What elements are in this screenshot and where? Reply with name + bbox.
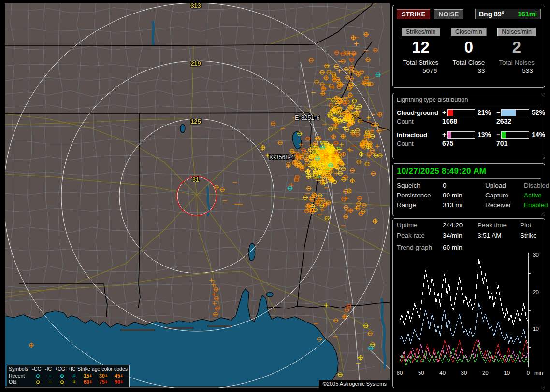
svg-text:10: 10 bbox=[504, 370, 510, 376]
svg-text:min: min bbox=[534, 370, 543, 376]
cloud-ground-label: Cloud-ground bbox=[397, 109, 441, 116]
strikes-per-min-value: 12 bbox=[412, 37, 430, 57]
cg-count-label: Count bbox=[397, 118, 441, 125]
minus-sign: − bbox=[495, 109, 501, 116]
legend-nic-label: -IC bbox=[43, 366, 54, 373]
noise-button[interactable]: NOISE bbox=[434, 9, 463, 19]
svg-text:20: 20 bbox=[533, 289, 539, 295]
svg-text:K-3568-4: K-3568-4 bbox=[269, 154, 294, 161]
svg-text:31: 31 bbox=[192, 176, 199, 183]
squelch-label: Squelch bbox=[397, 182, 443, 189]
ic-plus-pct: 13% bbox=[475, 131, 495, 139]
svg-text:10: 10 bbox=[533, 326, 539, 332]
datetime-display: 10/27/2025 8:49:20 AM bbox=[397, 167, 541, 179]
close-per-min-value: 0 bbox=[464, 37, 473, 57]
rates-box: STRIKE NOISE Bng 89° 161mi Strikes/min 1… bbox=[392, 5, 545, 88]
plot-value: Strike bbox=[520, 232, 543, 239]
copyright-text: ©2005 Astrogenic Systems bbox=[319, 380, 390, 388]
minus-ic-icon: − bbox=[44, 379, 56, 386]
close-per-min-chip[interactable]: Close/min bbox=[451, 28, 487, 36]
svg-text:40: 40 bbox=[439, 370, 446, 376]
svg-text:125: 125 bbox=[190, 118, 201, 125]
capture-label: Capture bbox=[485, 192, 524, 199]
strikes-per-min-chip[interactable]: Strikes/min bbox=[402, 28, 440, 36]
svg-text:0: 0 bbox=[527, 370, 530, 376]
ic-minus-pct: 14% bbox=[529, 131, 550, 139]
trend-graph: 1020306050403020100min bbox=[397, 251, 547, 378]
legend-ncg-label: -CG bbox=[31, 366, 43, 373]
trend-graph-label: Trend graph bbox=[397, 244, 443, 251]
receiver-label: Receiver bbox=[485, 201, 524, 209]
minus-cg-icon: ⊖ bbox=[32, 379, 44, 386]
legend-pcg-label: +CG bbox=[54, 366, 66, 373]
bearing-distance: 161mi bbox=[518, 10, 537, 18]
capture-status: Active bbox=[524, 192, 550, 199]
distribution-box: Lightning type distribution Cloud-ground… bbox=[392, 93, 545, 159]
peak-rate-value: 34/min bbox=[443, 232, 478, 239]
peak-rate-label: Peak rate bbox=[397, 232, 443, 239]
svg-text:60: 60 bbox=[397, 370, 403, 376]
minus-sign: − bbox=[495, 131, 501, 139]
svg-text:20: 20 bbox=[482, 370, 489, 376]
persistence-value: 90 min bbox=[443, 192, 485, 199]
svg-text:313: 313 bbox=[190, 3, 201, 9]
legend-ages-label: Strike age color codes bbox=[77, 366, 128, 373]
plus-sign: + bbox=[441, 109, 447, 116]
noises-per-min-chip[interactable]: Noises/min bbox=[497, 28, 536, 36]
distribution-title: Lightning type distribution bbox=[397, 96, 541, 105]
noises-rate-column: Noises/min 2 Total Noises 533 bbox=[492, 28, 540, 74]
ic-minus-bar bbox=[501, 131, 529, 139]
strikes-rate-column: Strikes/min 12 Total Strikes 5076 bbox=[397, 28, 445, 74]
range-label: Range bbox=[397, 201, 443, 209]
receiver-status: Enabled bbox=[524, 201, 550, 209]
persistence-label: Persistence bbox=[397, 192, 443, 199]
noises-per-min-value: 2 bbox=[512, 37, 521, 57]
minus-ic-icon: − bbox=[44, 373, 56, 379]
svg-text:E-3251-6: E-3251-6 bbox=[295, 114, 319, 121]
plot-label: Plot bbox=[520, 222, 543, 229]
uptime-value: 244:20 bbox=[443, 222, 478, 229]
ic-minus-count: 701 bbox=[495, 140, 550, 147]
plus-ic-icon: + bbox=[68, 373, 80, 379]
legend-old-row: Old ⊖ − ⊕ + 60+ 75+ 90+ bbox=[9, 379, 128, 386]
total-strikes-value: 5076 bbox=[422, 67, 445, 74]
ic-count-label: Count bbox=[397, 140, 441, 147]
svg-text:219: 219 bbox=[190, 60, 201, 67]
status-box: 10/27/2025 8:49:20 AM Squelch 0 Upload D… bbox=[392, 163, 545, 216]
strike-button[interactable]: STRIKE bbox=[397, 9, 430, 19]
svg-text:50: 50 bbox=[418, 370, 424, 376]
ic-plus-bar bbox=[447, 131, 475, 139]
peak-time-value: 3:51 AM bbox=[478, 232, 520, 239]
plus-sign: + bbox=[441, 131, 447, 139]
lightning-map[interactable]: 31321912531 E-3251-6K-3568-4 Symbols -CG… bbox=[5, 3, 390, 388]
svg-text:30: 30 bbox=[533, 252, 539, 258]
trend-window-value: 60 min bbox=[443, 244, 463, 251]
nexstorm-window: { "panel": { "buttons": {"strike": "STRI… bbox=[0, 0, 550, 392]
plus-ic-icon: + bbox=[68, 379, 80, 386]
intracloud-label: Intracloud bbox=[397, 131, 441, 139]
trend-box: Uptime 244:20 Peak time Plot Peak rate 3… bbox=[392, 218, 545, 388]
cg-minus-bar bbox=[501, 109, 529, 116]
strike-legend: Symbols -CG -IC +CG +IC Strike age color… bbox=[7, 365, 130, 387]
total-close-value: 33 bbox=[478, 67, 492, 74]
uptime-label: Uptime bbox=[397, 222, 443, 229]
total-noises-value: 533 bbox=[522, 67, 541, 74]
legend-pic-label: +IC bbox=[66, 366, 77, 373]
total-strikes-label: Total Strikes bbox=[403, 59, 439, 66]
legend-symbols-label: Symbols bbox=[9, 366, 31, 373]
cg-plus-bar bbox=[447, 109, 475, 116]
minus-cg-icon: ⊖ bbox=[32, 373, 44, 379]
cg-plus-count: 1068 bbox=[441, 117, 495, 125]
close-rate-column: Close/min 0 Total Close 33 bbox=[445, 28, 492, 74]
cg-minus-pct: 52% bbox=[529, 109, 550, 116]
total-noises-label: Total Noises bbox=[499, 59, 535, 66]
range-value: 313 mi bbox=[443, 201, 485, 209]
peak-time-label: Peak time bbox=[478, 222, 520, 229]
bearing-display: Bng 89° 161mi bbox=[475, 9, 541, 19]
cg-plus-pct: 21% bbox=[475, 109, 495, 116]
ic-plus-count: 675 bbox=[441, 140, 495, 147]
bearing-label: Bng 89° bbox=[479, 10, 504, 18]
legend-recent-row: Recent ⊖ − ⊕ + 15+ 30+ 45+ bbox=[9, 373, 128, 379]
total-close-label: Total Close bbox=[452, 59, 485, 66]
map-canvas: 31321912531 E-3251-6K-3568-4 bbox=[5, 3, 390, 388]
